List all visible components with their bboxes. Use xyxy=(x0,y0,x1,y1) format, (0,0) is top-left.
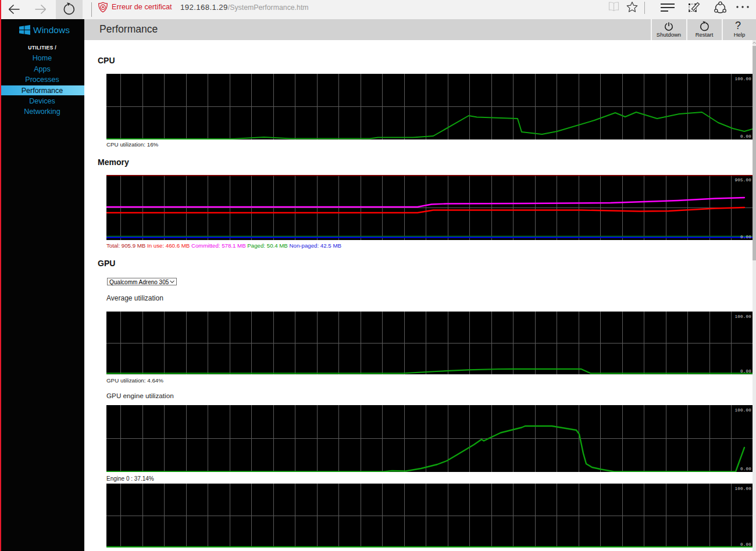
svg-text:0.00: 0.00 xyxy=(740,467,751,471)
svg-text:0.00: 0.00 xyxy=(740,542,751,547)
svg-text:100.00: 100.00 xyxy=(734,486,751,491)
svg-text:0.00: 0.00 xyxy=(740,369,751,374)
svg-text:905.00: 905.00 xyxy=(734,178,751,183)
svg-text:100.00: 100.00 xyxy=(734,408,751,413)
svg-text:100.00: 100.00 xyxy=(734,77,751,81)
svg-text:0.00: 0.00 xyxy=(740,134,751,139)
svg-text:0.00: 0.00 xyxy=(740,235,751,239)
svg-text:100.00: 100.00 xyxy=(734,314,751,319)
